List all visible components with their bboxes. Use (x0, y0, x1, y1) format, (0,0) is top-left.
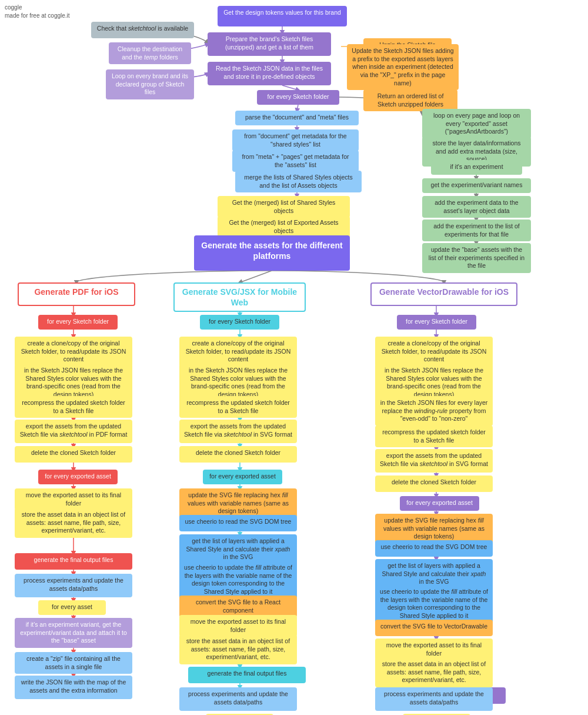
flowchart-node-n55: use cheerio to read the SVG DOM tree (375, 540, 493, 557)
flowchart-node-n2: Check that sketchtool is available (91, 22, 194, 38)
flowchart-node-n15: from "meta" + "pages" get metadata for t… (232, 150, 359, 172)
flowchart-node-n20: add the experiment data to the asset's l… (422, 196, 531, 218)
flowchart-node-n70: process experiments and update the asset… (179, 687, 297, 711)
flowchart-node-n61: convert the SVG file to VectorDrawable (375, 620, 493, 636)
flowchart-node-n30: for every Sketch folder (397, 315, 476, 330)
flowchart-node-n10: for every Sketch folder (257, 90, 339, 105)
flowchart-node-n75: if it's an experiment variant, get the e… (15, 618, 132, 648)
flowchart-node-n27: Generate VectorDrawable for iOS (370, 282, 517, 306)
flowchart-node-n65: store the asset data in an object list o… (375, 657, 493, 687)
flowchart-node-n41: export the assets from the updated Sketc… (179, 420, 297, 443)
flowchart-node-n46: delete the cloned Sketch folder (375, 475, 493, 492)
flowchart-node-n24: Generate the assets for the different pl… (194, 235, 350, 271)
flowchart-node-n38: recompress the updated sketch folder to … (179, 396, 297, 418)
flowchart-node-n48: for every exported asset (203, 470, 282, 484)
flowchart-node-n49: for every exported asset (400, 496, 479, 511)
logo-name: coggle (5, 4, 70, 12)
flowchart-node-n52: update the SVG file replacing hex fill v… (375, 514, 493, 544)
flowchart-node-n77: write the JSON file with the map of the … (15, 676, 132, 699)
flowchart-node-n11: parse the "document" and "meta" files (235, 111, 359, 125)
flowchart-node-n76: create a "zip" file containing all the a… (15, 652, 132, 674)
flowchart-node-n28: for every Sketch folder (38, 315, 118, 330)
flowchart-node-n43: delete the cloned Sketch folder (15, 446, 132, 463)
flowchart-node-n40: export the assets from the updated Sketc… (15, 420, 132, 443)
flowchart-node-n59: use cheerio to update the fill attribute… (375, 585, 493, 623)
flowchart-node-n31: create a clone/copy of the original Sket… (15, 337, 132, 367)
flowchart-node-n32: create a clone/copy of the original Sket… (179, 337, 297, 367)
flowchart-node-n60: convert the SVG file to a React componen… (179, 596, 297, 617)
flowchart-node-n71: process experiments and update the asset… (375, 687, 493, 711)
flowchart-node-n25: Generate PDF for iOS (18, 282, 135, 306)
flowchart-node-n47: for every exported asset (38, 470, 118, 484)
flowchart-node-n54: use cheerio to read the SVG DOM tree (179, 515, 297, 531)
flowchart-node-n64: store the asset data in an object list o… (179, 634, 297, 664)
flowchart-node-n33: create a clone/copy of the original Sket… (375, 337, 493, 367)
flowchart-node-n12: loop on every page and loop on every "ex… (422, 109, 531, 139)
flowchart-node-n45: export the assets from the updated Sketc… (375, 449, 493, 473)
flowchart-node-n37: recompress the updated sketch folder to … (15, 396, 132, 418)
flowchart-node-n50: move the exported asset to its final fol… (15, 488, 132, 510)
flowchart-node-n56: get the list of layers with applied a Sh… (179, 534, 297, 564)
flowchart-node-n17: merge the lists of Shared Styles objects… (235, 171, 362, 192)
flowchart-node-n67: generate the final output files (188, 667, 306, 683)
flowchart-node-n62: move the exported asset to its final fol… (179, 615, 297, 637)
flowchart-node-n26: Generate SVG/JSX for Mobile Web (173, 282, 306, 312)
flowchart-node-n16: if it's an experiment (431, 160, 522, 175)
flowchart-node-n44: delete the cloned Sketch folder (179, 446, 297, 463)
flowchart-node-n29: for every Sketch folder (200, 315, 279, 330)
flowchart-node-n19: Get the (merged) list of Shared Styles o… (218, 196, 350, 218)
flowchart-node-n18: get the experiment/variant names (422, 178, 531, 193)
flowchart-node-n51: update the SVG file replacing hex fill v… (179, 488, 297, 518)
svg-line-5 (297, 105, 298, 111)
flowchart-node-n3: Prepare the brand's Sketch files (unzipp… (208, 32, 331, 56)
logo-tagline: made for free at coggle.it (5, 12, 70, 20)
flowchart-node-n21: Get the (merged) list of Exported Assets… (218, 216, 350, 238)
flowchart-node-n39: in the Sketch JSON files for every layer… (375, 396, 493, 426)
flowchart-node-n42: recompress the updated sketch folder to … (375, 425, 493, 447)
flowchart-node-n22: add the experiment to the list of experi… (422, 220, 531, 241)
flowchart-node-n66: generate the final output files (15, 553, 132, 570)
flowchart-node-n6: Read the Sketch JSON data in the files a… (208, 62, 331, 85)
flowchart-node-n5: Cleanup the destination and the temp fol… (109, 42, 191, 64)
flowchart-node-n13: from "document" get metadata for the "sh… (232, 129, 359, 151)
flowchart-node-n7: Update the Sketch JSON files adding a pr… (347, 44, 459, 90)
svg-line-2 (282, 85, 298, 90)
svg-line-17 (240, 271, 272, 282)
flowchart-node-n8: Loop on every brand and its declared gro… (106, 69, 194, 99)
flowchart-node-n1: Get the design tokens values for this br… (218, 6, 347, 26)
app-logo: coggle made for free at coggle.it (5, 4, 70, 20)
flowchart-node-n53: store the asset data in an object list o… (15, 508, 132, 538)
flowchart-node-n69: process experiments and update the asset… (15, 574, 132, 597)
flowchart-node-n72: for every asset (38, 600, 106, 615)
flowchart-node-n58: use cheerio to update the fill attribute… (179, 561, 297, 599)
flowchart-node-n9: Return an ordered list of Sketch unzippe… (363, 89, 457, 111)
flowchart-node-n23: update the "base" assets with the list o… (422, 243, 531, 273)
